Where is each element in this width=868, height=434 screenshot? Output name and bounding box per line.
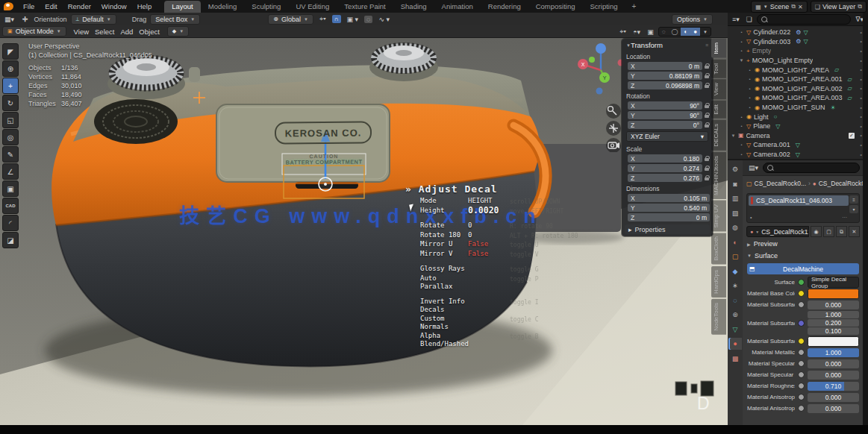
dot-icon[interactable]: • — [747, 77, 752, 81]
menu-render[interactable]: Render — [63, 1, 96, 11]
sun-light-icon[interactable]: ☀ — [831, 104, 836, 111]
menu-help[interactable]: Help — [132, 1, 157, 11]
dot-icon[interactable]: • — [739, 124, 744, 128]
mesh-data-icon[interactable]: ▽ — [803, 38, 808, 45]
shader-dropdown[interactable]: Simple Decal Group — [808, 277, 859, 288]
dot-icon[interactable]: • — [739, 142, 744, 147]
properties-subpanel-header[interactable]: ▸Properties — [625, 224, 710, 234]
transform-tool[interactable]: ◎ — [2, 129, 19, 145]
area-light-icon[interactable]: ▱ — [848, 85, 852, 92]
outliner-item[interactable]: ▼▣Camera✓• — [728, 131, 868, 141]
surface-panel-header[interactable]: ▼ Surface — [743, 249, 864, 261]
outliner-item[interactable]: •◉MOMO_LIGHT_AREA.002▱• — [728, 84, 868, 94]
add-workspace-button[interactable]: + — [626, 1, 641, 11]
filter-mode-icon[interactable]: ≡▾ — [730, 16, 742, 23]
mesh-data-icon[interactable]: ▽ — [775, 123, 780, 130]
selection-dot-icon[interactable]: • — [860, 85, 862, 92]
location-y-field[interactable]: Y0.88109 m — [628, 72, 702, 80]
dot-icon[interactable]: • — [747, 105, 752, 110]
lock-icon[interactable] — [705, 113, 710, 119]
collection-checkbox[interactable]: ✓ — [849, 133, 855, 139]
tool-tab[interactable]: ⚙ — [728, 163, 742, 175]
pivot-dropdown[interactable]: ◆▼ — [167, 26, 189, 37]
render-tab[interactable]: ◙ — [728, 178, 742, 190]
viewport-menu-view[interactable]: View — [71, 28, 92, 36]
dot-icon[interactable]: • — [739, 115, 744, 119]
tab-rendering[interactable]: Rendering — [481, 1, 528, 13]
transform-orientation-dropdown[interactable]: ⊕ Global ▼ — [268, 14, 313, 25]
material-slot[interactable]: CS_DecalRock11_046.003 — [749, 195, 849, 206]
scale-x-field[interactable]: X0.180 — [628, 154, 702, 163]
selection-dot-icon[interactable]: • — [860, 48, 862, 54]
slot-specials-button[interactable]: ≡ — [849, 195, 858, 204]
move-tool[interactable]: + — [2, 78, 19, 94]
rotation-mode-dropdown[interactable]: XYZ Euler▾ — [626, 131, 708, 142]
breadcrumb-object[interactable]: CS_DecalRock0... — [755, 180, 806, 187]
location-z-field[interactable]: Z0.096898 m — [628, 81, 702, 89]
slider-field[interactable]: 0.000 — [808, 393, 859, 402]
scale-y-field[interactable]: Y0.274 — [628, 164, 702, 172]
dimensions-y-field[interactable]: Y0.540 m — [628, 204, 710, 212]
dot-icon[interactable]: • — [739, 40, 744, 44]
sidebar-tab-hardops[interactable]: HardOps — [711, 266, 726, 298]
area-light-icon[interactable]: ▱ — [848, 95, 852, 101]
sidebar-tab-tool[interactable]: Tool — [711, 60, 726, 78]
lock-icon[interactable] — [705, 63, 710, 69]
point-light-icon[interactable]: ○ — [774, 113, 778, 120]
tab-scripting[interactable]: Scripting — [583, 1, 625, 13]
slot-updown-button[interactable]: ▾ — [849, 205, 858, 213]
color-swatch[interactable] — [808, 336, 859, 347]
axis-gizmo[interactable]: X Y — [578, 43, 625, 95]
corner-tool[interactable]: ◪ — [2, 232, 19, 248]
select-box-tool[interactable]: ◤ — [2, 43, 19, 60]
lock-icon[interactable] — [705, 156, 710, 162]
selection-dot-icon[interactable]: • — [860, 113, 862, 120]
sidebar-tab-decals[interactable]: DECALs — [711, 120, 726, 151]
vector-field[interactable]: 0.200 — [808, 319, 859, 327]
rotation-x-field[interactable]: X90° — [628, 101, 702, 110]
area-light-icon[interactable]: ▱ — [848, 76, 852, 83]
decalmachine-node-button[interactable]: ⬒ DecalMachine — [747, 263, 859, 274]
outliner-item[interactable]: •◉MOMO_LIGHT_AREA▱• — [728, 65, 868, 75]
location-x-field[interactable]: X0 m — [628, 62, 702, 70]
right-knob[interactable] — [369, 43, 438, 81]
shading-material-icon[interactable]: ◐ — [681, 28, 690, 36]
texture-tab[interactable]: ▩ — [728, 353, 742, 365]
falloff-icon[interactable]: ∿ ▾ — [376, 16, 392, 23]
slider-field[interactable]: 0.000 — [808, 301, 859, 309]
selection-dot-icon[interactable]: • — [860, 104, 862, 111]
outliner-item[interactable]: •◉MOMO_LIGHT_SUN☀• — [728, 103, 868, 113]
lock-icon[interactable] — [705, 166, 710, 172]
orientation-dropdown[interactable]: ⟂ Default ▼ — [71, 14, 116, 25]
tab-texture-paint[interactable]: Texture Paint — [337, 1, 393, 13]
tab-layout[interactable]: Layout — [164, 1, 201, 13]
breadcrumb-material[interactable]: CS_DecalRock0... — [819, 180, 868, 187]
outliner-item[interactable]: •▽Cylinder.022⚙▽• — [728, 28, 868, 37]
drag-dropdown[interactable]: Select Box ▼ — [150, 14, 200, 25]
mesh-data-icon[interactable]: ▽ — [803, 29, 808, 36]
shading-solid-icon[interactable]: ◯ — [668, 28, 681, 36]
lock-icon[interactable] — [705, 175, 710, 181]
annotate-tool[interactable]: ✎ — [2, 146, 19, 163]
menu-edit[interactable]: Edit — [40, 1, 62, 11]
navigation-gizmo[interactable]: X Y — [575, 40, 627, 152]
copy-icon[interactable]: ⧉ — [858, 3, 862, 10]
vector-field[interactable]: 1.000 — [808, 311, 859, 318]
mesh-data-icon[interactable]: ▽ — [796, 142, 800, 148]
cursor-tool[interactable]: ⊕ — [2, 60, 19, 77]
proportional-editing-icon[interactable]: ◌ — [364, 16, 372, 23]
nav-buttons[interactable] — [606, 104, 621, 152]
add-cube-tool[interactable]: ▣ — [2, 180, 19, 197]
dot-icon[interactable]: • — [739, 152, 744, 157]
view-layer-tab[interactable]: ▧ — [728, 207, 742, 219]
options-dropdown[interactable]: Options ▼ — [672, 14, 713, 25]
outliner-item[interactable]: •▽Cylinder.003⚙▽• — [728, 37, 868, 47]
dot-icon[interactable]: • — [747, 95, 752, 100]
selection-dot-icon[interactable]: • — [860, 57, 862, 64]
world-tab[interactable]: ◐ — [728, 236, 742, 248]
editor-type-icon[interactable]: ▤▾ — [746, 164, 761, 172]
data-tab[interactable]: ▽ — [728, 324, 742, 336]
shading-options-icon[interactable]: ▼ — [700, 28, 711, 36]
tab-animation[interactable]: Animation — [434, 1, 481, 13]
sidebar-tab-simp-uv[interactable]: Simp UV — [711, 201, 726, 232]
